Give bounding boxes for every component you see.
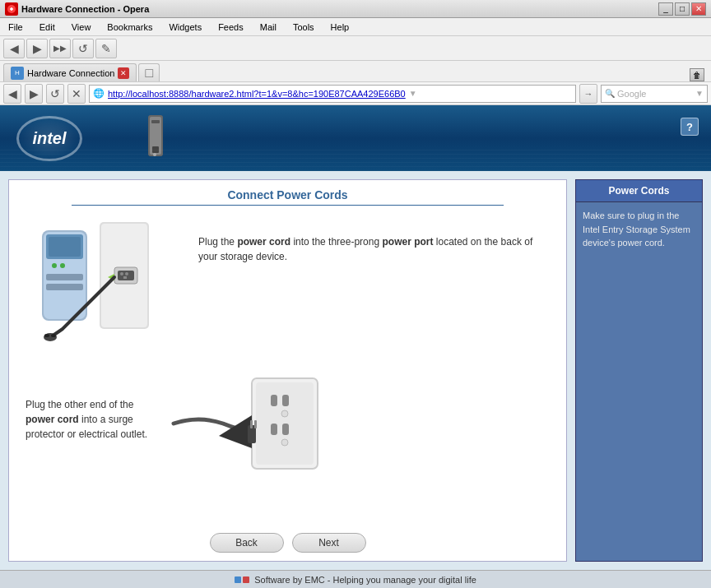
hardware-connection-tab[interactable]: H Hardware Connection ✕: [3, 63, 137, 81]
next-nav-button[interactable]: Next: [292, 533, 366, 553]
menu-view[interactable]: View: [67, 21, 96, 34]
svg-rect-30: [282, 424, 289, 435]
menu-file[interactable]: File: [3, 21, 28, 34]
svg-rect-13: [46, 284, 83, 290]
app-icon: [5, 2, 18, 16]
menu-edit[interactable]: Edit: [35, 21, 60, 34]
step1-description: Plug the power cord into the three-prong…: [198, 218, 550, 264]
new-tab-button[interactable]: □: [138, 63, 160, 81]
address-input[interactable]: 🌐 http://localhost:8888/hardware2.html?t…: [89, 85, 576, 103]
status-icon: [235, 576, 249, 583]
search-placeholder: Google: [617, 89, 646, 99]
back-nav-button[interactable]: Back: [210, 533, 284, 553]
svg-rect-17: [118, 271, 134, 280]
maximize-button[interactable]: □: [675, 2, 690, 16]
intel-header: intel ?: [0, 105, 711, 171]
trash-button[interactable]: 🗑: [690, 68, 704, 81]
title-divider: [72, 205, 504, 206]
content-body: Plug the power cord into the three-prong…: [17, 218, 558, 525]
address-forward-button[interactable]: ▶: [25, 84, 43, 104]
window-controls[interactable]: _ □ ✕: [658, 2, 706, 16]
address-bar: ◀ ▶ ↺ ✕ 🌐 http://localhost:8888/hardware…: [0, 82, 711, 105]
window-title: Hardware Connection - Opera: [21, 4, 655, 14]
menu-widgets[interactable]: Widgets: [164, 21, 207, 34]
step1-container: Plug the power cord into the three-prong…: [17, 218, 558, 341]
tab-label: Hardware Connection: [27, 68, 114, 78]
go-button[interactable]: →: [579, 84, 597, 104]
step1-illustration: [26, 218, 190, 341]
tab-favicon: H: [11, 67, 24, 80]
sidebar-title: Power Cords: [576, 180, 702, 202]
step2-container: Plug the other end of the power cord int…: [17, 358, 558, 481]
svg-point-10: [52, 263, 57, 268]
status-dot2: [243, 576, 249, 583]
status-bar: Software by EMC - Helping you manage you…: [0, 570, 711, 588]
help-button[interactable]: ?: [681, 118, 699, 136]
svg-rect-9: [49, 237, 81, 257]
forward-button[interactable]: ▶: [26, 39, 48, 58]
navigation-buttons: Back Next: [210, 525, 366, 553]
step2-illustration: [165, 358, 550, 481]
svg-rect-28: [282, 395, 289, 406]
status-text: Software by EMC - Helping you manage you…: [254, 575, 476, 585]
toolbar: ◀ ▶ ▶▶ ↺ ✎: [0, 36, 711, 61]
svg-rect-3: [151, 120, 160, 123]
minimize-button[interactable]: _: [658, 2, 673, 16]
reload-button[interactable]: ↺: [72, 39, 94, 58]
svg-point-20: [44, 334, 49, 337]
header-waves: [0, 146, 711, 171]
close-button[interactable]: ✕: [691, 2, 706, 16]
main-content-area: Connect Power Cords: [8, 179, 567, 562]
tab-close-button[interactable]: ✕: [118, 67, 129, 79]
menu-tools[interactable]: Tools: [288, 21, 319, 34]
svg-rect-35: [250, 420, 253, 428]
svg-rect-29: [271, 424, 277, 435]
menu-help[interactable]: Help: [326, 21, 355, 34]
svg-point-21: [51, 334, 56, 337]
menu-feeds[interactable]: Feeds: [213, 21, 249, 34]
page-title: Connect Power Cords: [227, 188, 347, 201]
tab-bar: H Hardware Connection ✕ □ 🗑: [0, 61, 711, 82]
svg-rect-12: [46, 274, 83, 280]
url-display: http://localhost:8888/hardware2.html?t=1…: [108, 89, 406, 99]
address-back-button[interactable]: ◀: [3, 84, 21, 104]
sidebar-panel: Power Cords Make sure to plug in the Int…: [575, 179, 703, 562]
svg-point-23: [125, 272, 128, 275]
fast-forward-button[interactable]: ▶▶: [49, 39, 71, 58]
edit-button[interactable]: ✎: [95, 39, 117, 58]
title-bar: Hardware Connection - Opera _ □ ✕: [0, 0, 711, 18]
address-refresh-button[interactable]: ↺: [46, 84, 64, 104]
browser-content: intel ? Connect Power Cords: [0, 105, 711, 570]
status-dot1: [235, 576, 241, 583]
svg-rect-27: [271, 395, 277, 406]
menu-bookmarks[interactable]: Bookmarks: [102, 21, 157, 34]
svg-rect-36: [254, 420, 257, 428]
step2-description: Plug the other end of the power cord int…: [26, 397, 157, 442]
menu-mail[interactable]: Mail: [255, 21, 281, 34]
svg-point-22: [120, 272, 123, 275]
sidebar-body: Make sure to plug in the Intel Entry Sto…: [576, 202, 702, 257]
svg-marker-33: [219, 415, 252, 448]
sidebar: Power Cords Make sure to plug in the Int…: [575, 179, 703, 562]
menu-bar: File Edit View Bookmarks Widgets Feeds M…: [0, 18, 711, 36]
svg-rect-24: [123, 276, 127, 279]
svg-point-11: [60, 263, 65, 268]
search-box[interactable]: 🔍 Google ▼: [601, 85, 708, 103]
svg-point-32: [281, 439, 288, 446]
svg-point-31: [281, 410, 288, 417]
address-stop-button[interactable]: ✕: [67, 84, 86, 104]
page-content: Connect Power Cords: [0, 171, 711, 570]
back-button[interactable]: ◀: [3, 39, 25, 58]
